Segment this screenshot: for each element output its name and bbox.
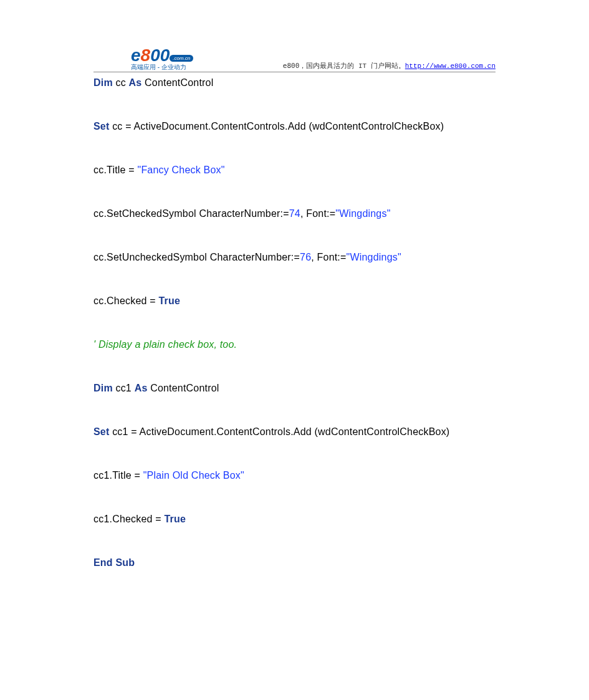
code-text: , Font:= — [300, 208, 335, 219]
code-text: cc1 — [113, 383, 135, 393]
code-text: cc = ActiveDocument.ContentControls.Add — [110, 121, 306, 132]
code-line-8: Dim cc1 As ContentControl — [93, 383, 496, 394]
code-line-5: cc.SetUncheckedSymbol CharacterNumber:=7… — [93, 252, 496, 263]
code-arg: wdContentControlCheckBox — [312, 121, 441, 132]
comment-text: ' Display a plain check box, too. — [93, 339, 237, 350]
code-line-4: cc.SetCheckedSymbol CharacterNumber:=74,… — [93, 208, 496, 219]
header-url-link[interactable]: http://www.e800.com.cn — [405, 62, 496, 70]
keyword-set: Set — [93, 426, 110, 437]
code-line-3: cc.Title = "Fancy Check Box" — [93, 165, 496, 176]
paren-close: ) — [441, 121, 444, 132]
keyword-dim: Dim — [93, 77, 113, 88]
code-text: cc — [113, 77, 129, 88]
code-line-9: Set cc1 = ActiveDocument.ContentControls… — [93, 426, 496, 438]
keyword-set: Set — [93, 121, 110, 132]
header-tagline: e800，国内最具活力的 IT 门户网站。http://www.e800.com… — [283, 61, 496, 70]
paren-close: ) — [446, 426, 450, 437]
tagline-suffix: 门户网站。 — [371, 62, 405, 70]
code-text: cc1.Title = — [93, 470, 143, 481]
keyword-as: As — [129, 77, 142, 88]
logo-text-8: 8 — [141, 47, 151, 64]
string-literal: "Fancy Check Box" — [138, 165, 225, 175]
paren-open: ( — [312, 426, 318, 437]
keyword-true: True — [165, 514, 186, 524]
keyword-true: True — [158, 295, 180, 306]
logo-domain-pill: .com.cn — [170, 55, 193, 62]
code-text: cc.Checked = — [93, 295, 158, 306]
tagline-prefix: e800，国内最具活力的 — [283, 62, 355, 70]
code-line-1: Dim cc As ContentControl — [93, 77, 496, 89]
logo: e800 .com.cn 高端应用 - 企业动力 — [131, 46, 193, 72]
string-literal: "Wingdings" — [347, 252, 401, 262]
code-line-12: End Sub — [93, 557, 496, 568]
number-literal: 74 — [289, 208, 300, 219]
page-header: e800 .com.cn 高端应用 - 企业动力 e800，国内最具活力的 IT… — [93, 0, 496, 72]
string-literal: "Wingdings" — [335, 208, 390, 219]
code-line-6: cc.Checked = True — [93, 295, 496, 307]
code-line-2: Set cc = ActiveDocument.ContentControls.… — [93, 121, 496, 132]
keyword-end-sub: End Sub — [93, 557, 135, 568]
logo-row: e800 .com.cn — [131, 46, 193, 64]
code-text: cc.SetCheckedSymbol CharacterNumber:= — [93, 208, 289, 219]
document-page: e800 .com.cn 高端应用 - 企业动力 e800，国内最具活力的 IT… — [0, 0, 589, 700]
keyword-as: As — [135, 383, 148, 393]
keyword-dim: Dim — [93, 383, 113, 393]
number-literal: 76 — [300, 252, 311, 262]
logo-text-e: e — [131, 47, 141, 64]
logo-subtitle: 高端应用 - 企业动力 — [131, 63, 193, 72]
code-text: cc1 = ActiveDocument.ContentControls.Add — [110, 426, 312, 437]
code-line-10: cc1.Title = "Plain Old Check Box" — [93, 470, 496, 481]
code-content: Dim cc As ContentControl Set cc = Active… — [0, 72, 589, 568]
code-text: cc1.Checked = — [93, 514, 165, 524]
code-text: cc.SetUncheckedSymbol CharacterNumber:= — [93, 252, 300, 262]
paren-open: ( — [306, 121, 312, 132]
code-text: ContentControl — [147, 383, 219, 393]
string-literal: "Plain Old Check Box" — [143, 470, 244, 481]
tagline-it: IT — [354, 62, 370, 70]
logo-text-00: 00 — [150, 47, 170, 64]
code-text: , Font:= — [311, 252, 346, 262]
code-text: ContentControl — [141, 77, 213, 88]
code-text: cc.Title = — [93, 165, 138, 175]
code-line-7: ' Display a plain check box, too. — [93, 339, 496, 350]
code-line-11: cc1.Checked = True — [93, 514, 496, 525]
code-arg: wdContentControlCheckBox — [318, 426, 446, 437]
